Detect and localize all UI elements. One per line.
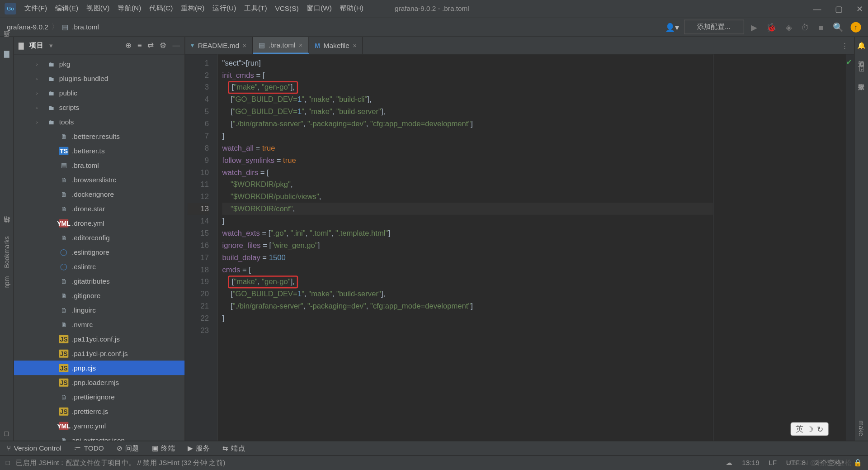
close-tab-icon[interactable]: × — [353, 42, 357, 49]
project-tree[interactable]: ›🖿pkg›🖿plugins-bundled›🖿public›🖿scripts›… — [14, 54, 185, 441]
close-tab-icon[interactable]: × — [299, 42, 302, 48]
close-window-button[interactable]: ✕ — [856, 4, 863, 13]
tool-window-vcs[interactable]: ⑂Version Control — [7, 444, 61, 452]
breadcrumb-separator: 〉 — [52, 22, 58, 32]
tree-file[interactable]: 🗎.prettierignore — [14, 389, 185, 404]
tree-folder[interactable]: ›🖿scripts — [14, 100, 185, 114]
search-everywhere-icon[interactable]: 🔍 — [830, 22, 846, 32]
tool-window-terminal[interactable]: ▣终端 — [152, 443, 175, 453]
menu-code[interactable]: 代码(C) — [149, 4, 173, 14]
code-area[interactable]: "sect">[run]init_cmds = [ ["make", "gen-… — [217, 54, 713, 441]
toolbar: grafana-9.0.2 〉 ▤ .bra.toml 👤▾ 添加配置... ▶… — [0, 17, 868, 37]
tool-window-services[interactable]: ▶服务 — [188, 443, 210, 453]
tree-file[interactable]: 🗎.dockerignore — [14, 187, 185, 201]
tree-file[interactable]: ◯.eslintignore — [14, 245, 185, 259]
project-panel-title: 项目 — [29, 41, 43, 51]
list-icon: ≔ — [74, 444, 81, 452]
status-left-icon[interactable]: □ — [6, 459, 10, 467]
collapse-all-icon[interactable]: ⇄ — [147, 41, 154, 50]
tree-file[interactable]: 🗎.betterer.results — [14, 129, 185, 143]
tree-file[interactable]: TS.betterer.ts — [14, 143, 185, 158]
tree-file[interactable]: 🗎.editorconfig — [14, 230, 185, 245]
add-configuration-button[interactable]: 添加配置... — [684, 20, 744, 34]
dropdown-icon[interactable]: ▾ — [49, 42, 53, 50]
tree-file[interactable]: 🗎.drone.star — [14, 201, 185, 216]
tool-window-todo[interactable]: ≔TODO — [74, 444, 104, 452]
editor-body[interactable]: 1234567891011121314151617181920212223 "s… — [185, 54, 854, 441]
expand-all-icon[interactable]: ≡ — [137, 41, 142, 50]
editor-tab[interactable]: MMakefile× — [309, 37, 363, 54]
editor-tab[interactable]: ▤.bra.toml× — [253, 37, 309, 54]
menu-refactor[interactable]: 重构(R) — [181, 4, 204, 14]
tool-window-endpoints[interactable]: ⇆端点 — [222, 443, 245, 453]
sidebar-tab-bookmarks[interactable]: Bookmarks — [3, 236, 10, 268]
tree-file[interactable]: ▤.bra.toml — [14, 158, 185, 172]
update-available-icon[interactable]: ↑ — [851, 22, 861, 32]
tree-file[interactable]: JS.pa11yci.conf.js — [14, 332, 185, 346]
database-icon[interactable]: 🗄 — [858, 65, 865, 73]
menu-file[interactable]: 文件(F) — [24, 4, 47, 14]
locate-icon[interactable]: ⊕ — [125, 41, 132, 50]
tree-file[interactable]: 🗎.gitignore — [14, 288, 185, 303]
project-view-icon[interactable]: ▇ — [19, 42, 24, 50]
editor-tabs: ▾README.md×▤.bra.toml×MMakefile×⋮ — [185, 37, 854, 54]
tree-folder[interactable]: ›🖿pkg — [14, 57, 185, 71]
status-hint[interactable]: 已启用 JSHint：配置文件位于项目中。 // 禁用 JSHint (32 分… — [16, 458, 225, 468]
lock-icon[interactable]: 🔒 — [854, 459, 862, 467]
profile-button[interactable]: ⏱ — [799, 22, 811, 31]
minimize-button[interactable]: — — [813, 4, 821, 13]
settings-icon[interactable]: ⚙ — [160, 41, 166, 50]
watermark: CSDN @轻松不轻松 — [788, 458, 852, 468]
tree-file[interactable]: 🗎.gitattributes — [14, 274, 185, 288]
maximize-button[interactable]: ▢ — [835, 4, 843, 13]
tree-file[interactable]: JS.pa11yci-pr.conf.js — [14, 346, 185, 361]
coverage-button[interactable]: ◈ — [783, 22, 794, 31]
sidebar-tab-make[interactable]: make — [858, 420, 865, 436]
status-line-separator[interactable]: LF — [769, 459, 777, 467]
editor-tab[interactable]: ▾README.md× — [185, 37, 253, 54]
close-tab-icon[interactable]: × — [243, 42, 246, 49]
menu-help[interactable]: 帮助(H) — [340, 4, 363, 14]
menu-tools[interactable]: 工具(T) — [244, 4, 267, 14]
folder-icon[interactable]: ▇ — [4, 50, 9, 58]
tree-folder[interactable]: ›🖿public — [14, 85, 185, 100]
tree-file[interactable]: YML.yarnrc.yml — [14, 418, 185, 433]
breadcrumb[interactable]: grafana-9.0.2 〉 ▤ .bra.toml — [7, 22, 99, 32]
bottom-tool-bar: ⑂Version Control ≔TODO ⊘问题 ▣终端 ▶服务 ⇆端点 — [0, 441, 868, 455]
tree-file[interactable]: JS.pnp.loader.mjs — [14, 375, 185, 389]
menu-window[interactable]: 窗口(W) — [307, 4, 331, 14]
tree-file[interactable]: 🗎api-extractor.json — [14, 433, 185, 441]
tree-file[interactable]: JS.pnp.cjs — [14, 361, 185, 375]
inspection-ok-icon: ✔ — [846, 58, 852, 66]
tree-file[interactable]: 🗎.linguirc — [14, 303, 185, 317]
breadcrumb-file[interactable]: .bra.toml — [72, 23, 99, 31]
tool-window-problems[interactable]: ⊘问题 — [117, 443, 139, 453]
tree-folder[interactable]: ›🖿plugins-bundled — [14, 71, 185, 85]
left-tool-strip: 项目 ▇ 结构 Bookmarks npm ◻ — [0, 37, 14, 441]
tree-folder[interactable]: ›🖿tools — [14, 114, 185, 129]
menu-view[interactable]: 视图(V) — [86, 4, 109, 14]
menu-navigate[interactable]: 导航(N) — [118, 4, 141, 14]
menu-vcs[interactable]: VCS(S) — [275, 5, 298, 13]
debug-button[interactable]: 🐞 — [764, 22, 778, 31]
tree-file[interactable]: 🗎.browserslistrc — [14, 172, 185, 187]
tree-file[interactable]: ◯.eslintrc — [14, 259, 185, 274]
tabs-overflow-icon[interactable]: ⋮ — [835, 37, 854, 54]
tree-file[interactable]: YML.drone.yml — [14, 216, 185, 230]
bell-icon[interactable]: 🔔 — [857, 42, 866, 50]
hide-panel-icon[interactable]: — — [172, 41, 180, 50]
line-gutter: 1234567891011121314151617181920212223 — [185, 54, 218, 441]
sidebar-tab-npm[interactable]: npm — [3, 276, 10, 289]
editor-panel: ▾README.md×▤.bra.toml×MMakefile×⋮ 123456… — [185, 37, 854, 441]
menu-run[interactable]: 运行(U) — [212, 4, 236, 14]
breadcrumb-root[interactable]: grafana-9.0.2 — [7, 23, 48, 31]
user-icon[interactable]: 👤▾ — [665, 22, 679, 31]
run-button[interactable]: ▶ — [749, 22, 760, 31]
tree-file[interactable]: JS.prettierrc.js — [14, 404, 185, 418]
refresh-icon: ↻ — [817, 425, 823, 433]
tool-window-toggle-icon[interactable]: ◻ — [4, 429, 9, 437]
menu-edit[interactable]: 编辑(E) — [55, 4, 78, 14]
status-cloud-icon[interactable]: ☁ — [726, 459, 732, 467]
stop-button[interactable]: ■ — [816, 22, 826, 31]
tree-file[interactable]: 🗎.nvmrc — [14, 317, 185, 332]
